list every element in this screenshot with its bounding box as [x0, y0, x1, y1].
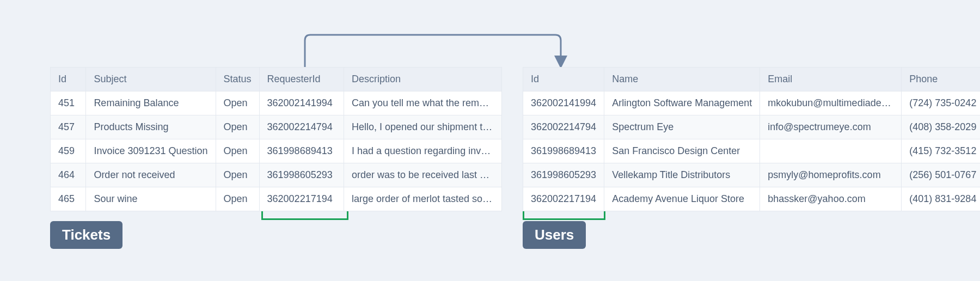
cell-email: mkokubun@multimediadesigns.biz [760, 91, 902, 115]
cell-stat: Open [216, 139, 259, 163]
col-subject: Subject [86, 68, 216, 91]
cell-name: Academy Avenue Liquor Store [604, 187, 760, 211]
col-status: Status [216, 68, 259, 91]
cell-id: 465 [51, 187, 86, 211]
cell-reqid: 361998605293 [259, 163, 344, 187]
cell-reqid: 362002217194 [259, 187, 344, 211]
cell-desc: Hello, I opened our shipment thi... [344, 115, 501, 139]
table-row: 465 Sour wine Open 362002217194 large or… [51, 187, 502, 211]
cell-phone: (401) 831-9284 [902, 187, 980, 211]
cell-name: Vellekamp Title Distributors [604, 163, 760, 187]
cell-reqid: 361998689413 [259, 139, 344, 163]
col-description: Description [344, 68, 501, 91]
table-row: 362002141994 Arlington Software Manageme… [523, 91, 981, 115]
cell-id: 457 [51, 115, 86, 139]
cell-id: 361998605293 [523, 163, 604, 187]
tickets-table: Id Subject Status RequesterId Descriptio… [50, 67, 502, 211]
cell-id: 464 [51, 163, 86, 187]
cell-desc: order was to be received last we... [344, 163, 501, 187]
cell-email: bhassker@yahoo.com [760, 187, 902, 211]
tickets-label-badge: Tickets [50, 221, 122, 249]
cell-stat: Open [216, 163, 259, 187]
cell-subj: Products Missing [86, 115, 216, 139]
col-phone: Phone [902, 68, 980, 91]
users-table: Id Name Email Phone 362002141994 Arlingt… [523, 67, 980, 211]
cell-stat: Open [216, 187, 259, 211]
table-row: 361998689413 San Francisco Design Center… [523, 139, 981, 163]
cell-subj: Invoice 3091231 Question [86, 139, 216, 163]
cell-phone: (256) 501-0767 [902, 163, 980, 187]
cell-desc: I had a question regarding invoic... [344, 139, 501, 163]
cell-id: 361998689413 [523, 139, 604, 163]
users-panel: Id Name Email Phone 362002141994 Arlingt… [523, 67, 879, 249]
col-requesterid: RequesterId [259, 68, 344, 91]
cell-id: 362002141994 [523, 91, 604, 115]
cell-stat: Open [216, 91, 259, 115]
table-row: 451 Remaining Balance Open 362002141994 … [51, 91, 502, 115]
col-id: Id [51, 68, 86, 91]
table-row: 457 Products Missing Open 362002214794 H… [51, 115, 502, 139]
cell-reqid: 362002141994 [259, 91, 344, 115]
table-row: 361998605293 Vellekamp Title Distributor… [523, 163, 981, 187]
table-row: 362002214794 Spectrum Eye info@spectrume… [523, 115, 981, 139]
cell-subj: Remaining Balance [86, 91, 216, 115]
tickets-panel: Id Subject Status RequesterId Descriptio… [50, 67, 502, 249]
col-email: Email [760, 68, 902, 91]
col-id: Id [523, 68, 604, 91]
cell-stat: Open [216, 115, 259, 139]
cell-reqid: 362002214794 [259, 115, 344, 139]
table-row: 362002217194 Academy Avenue Liquor Store… [523, 187, 981, 211]
cell-id: 362002217194 [523, 187, 604, 211]
cell-email [760, 139, 902, 163]
cell-name: Arlington Software Management [604, 91, 760, 115]
cell-desc: Can you tell me what the remaini... [344, 91, 501, 115]
table-row: 464 Order not received Open 361998605293… [51, 163, 502, 187]
users-label-badge: Users [523, 221, 586, 249]
cell-subj: Sour wine [86, 187, 216, 211]
cell-id: 459 [51, 139, 86, 163]
cell-subj: Order not received [86, 163, 216, 187]
col-name: Name [604, 68, 760, 91]
table-header-row: Id Subject Status RequesterId Descriptio… [51, 68, 502, 91]
table-header-row: Id Name Email Phone [523, 68, 981, 91]
cell-desc: large order of merlot tasted sour.... [344, 187, 501, 211]
cell-phone: (415) 732-3512 [902, 139, 980, 163]
cell-email: psmyly@homeprofits.com [760, 163, 902, 187]
cell-name: San Francisco Design Center [604, 139, 760, 163]
cell-phone: (724) 735-0242 [902, 91, 980, 115]
relationship-diagram: Id Subject Status RequesterId Descriptio… [0, 0, 980, 281]
cell-id: 451 [51, 91, 86, 115]
cell-id: 362002214794 [523, 115, 604, 139]
cell-name: Spectrum Eye [604, 115, 760, 139]
cell-email: info@spectrumeye.com [760, 115, 902, 139]
table-row: 459 Invoice 3091231 Question Open 361998… [51, 139, 502, 163]
cell-phone: (408) 358-2029 [902, 115, 980, 139]
